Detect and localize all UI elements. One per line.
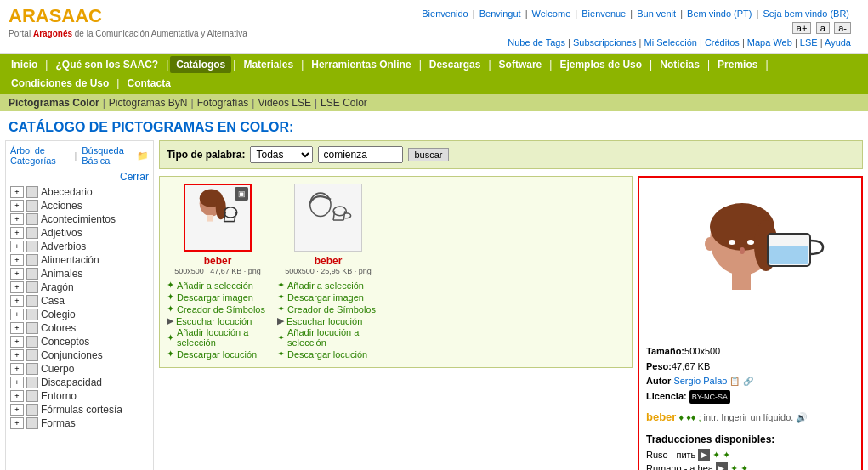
subnav-picto-color[interactable]: Pictogramas Color	[9, 97, 99, 109]
cat-alimentacion[interactable]: + Alimentación	[10, 254, 149, 266]
picto-card-1: ▣ beber 500x500 · 47,67 KB · png ✦ Añadi…	[167, 184, 269, 360]
play-ruso[interactable]: ▶	[698, 449, 710, 461]
cat-colegio[interactable]: + Colegio	[10, 309, 149, 320]
cat-conceptos[interactable]: + Conceptos	[10, 336, 149, 348]
cat-formulas[interactable]: + Fórmulas cortesía	[10, 404, 149, 416]
link-bienvenido[interactable]: Bienvenido	[422, 8, 468, 19]
link-bunvenit[interactable]: Bun venit	[637, 8, 676, 19]
subnav-lse-color[interactable]: LSE Color	[321, 97, 367, 109]
tool-arbol[interactable]: Árbol de Categorías	[10, 145, 69, 166]
cat-entorno[interactable]: + Entorno	[10, 390, 149, 402]
cat-formas[interactable]: + Formas	[10, 417, 149, 429]
cat-discapacidad[interactable]: + Discapacidad	[10, 377, 149, 388]
link-welcome[interactable]: Welcome	[532, 8, 571, 19]
cat-colores[interactable]: + Colores	[10, 322, 149, 334]
picto-thumb-2[interactable]	[294, 184, 362, 252]
font-decrease-button[interactable]: a-	[834, 22, 851, 34]
center-right: Tipo de palabra: Todas Nombre Verbo Adje…	[159, 140, 863, 470]
sub-nav: Pictogramas Color | Pictogramas ByN | Fo…	[0, 94, 868, 111]
audio-icon[interactable]: 🔊	[796, 412, 808, 422]
add-selection-1[interactable]: ✦ Añadir a selección	[167, 280, 269, 291]
link-sejabemvindo[interactable]: Seja bem vindo (BR)	[763, 8, 850, 19]
descargar-locucion-2[interactable]: ✦ Descargar locución	[277, 348, 379, 360]
svg-line-11	[343, 211, 345, 220]
link-bienvenue[interactable]: Bienvenue	[582, 8, 626, 19]
link-creditos[interactable]: Créditos	[705, 37, 740, 48]
sidebar-tools: Árbol de Categorías | Búsqueda Básica 📁	[10, 145, 149, 166]
nav-inicio[interactable]: Inicio	[5, 56, 43, 73]
picto-size-1: 500x500 · 47,67 KB · png	[174, 267, 261, 275]
search-input[interactable]	[318, 146, 403, 163]
font-increase-button[interactable]: a+	[792, 22, 812, 34]
svg-rect-3	[207, 215, 213, 222]
expand-icon: +	[10, 281, 24, 293]
nav-que-son[interactable]: ¿Qué son los SAAC?	[49, 56, 164, 73]
link-ayuda[interactable]: Ayuda	[825, 37, 851, 48]
subnav-videos-lse[interactable]: Videos LSE	[258, 97, 311, 109]
cat-cuerpo[interactable]: + Cuerpo	[10, 363, 149, 375]
cat-img	[26, 241, 38, 252]
cat-img	[26, 322, 38, 334]
link-nube-tags[interactable]: Nube de Tags	[508, 37, 565, 48]
word-definition: intr. Ingerir un líquido.	[704, 412, 794, 422]
nav-software[interactable]: Software	[493, 56, 548, 73]
cat-acontecimientos[interactable]: + Acontecimientos	[10, 213, 149, 225]
tipo-palabra-select[interactable]: Todas Nombre Verbo Adjetivo Adverbio	[250, 146, 313, 163]
license-badge: BY-NC-SA	[689, 390, 730, 404]
cat-casa[interactable]: + Casa	[10, 295, 149, 307]
escuchar-locucion-1[interactable]: ▶ Escuchar locución	[167, 315, 269, 326]
font-normal-button[interactable]: a	[816, 22, 830, 34]
download-img-2[interactable]: ✦ Descargar imagen	[277, 292, 379, 303]
add-locucion-1[interactable]: ✦ Añadir locución a selección	[167, 327, 269, 348]
nav-condiciones[interactable]: Condiciones de Uso	[5, 75, 115, 92]
play-rumano[interactable]: ▶	[716, 462, 728, 470]
detail-panel: Tamaño:500x500 Peso:47,67 KB Autor Sergi…	[638, 176, 863, 470]
nav-premios[interactable]: Premios	[712, 56, 763, 73]
add-locucion-2[interactable]: ✦ Añadir locución a selección	[277, 327, 379, 348]
subnav-picto-byn[interactable]: Pictogramas ByN	[109, 97, 188, 109]
link-subscripciones[interactable]: Subscripciones	[573, 37, 637, 48]
nav-herramientas[interactable]: Herramientas Online	[305, 56, 417, 73]
link-mapa-web[interactable]: Mapa Web	[747, 37, 792, 48]
subnav-fotografias[interactable]: Fotografías	[197, 97, 249, 109]
cat-adverbios[interactable]: + Adverbios	[10, 241, 149, 252]
nav-ejemplos[interactable]: Ejemplos de Uso	[553, 56, 648, 73]
link-mi-seleccion[interactable]: Mi Selección	[644, 37, 697, 48]
cat-img	[26, 390, 38, 402]
logo: ARASAAC	[9, 5, 247, 27]
svg-rect-22	[769, 246, 808, 264]
creator-simbolos-1[interactable]: ✦ Creador de Símbolos	[167, 303, 269, 314]
download-img-1[interactable]: ✦ Descargar imagen	[167, 292, 269, 303]
link-icon[interactable]: 🔗	[743, 377, 753, 386]
nav-materiales[interactable]: Materiales	[237, 56, 299, 73]
cat-img	[26, 200, 38, 212]
nav-descargas[interactable]: Descargas	[423, 56, 487, 73]
cat-adjetivos[interactable]: + Adjetivos	[10, 227, 149, 239]
link-lse[interactable]: LSE	[800, 37, 818, 48]
tagline-rest: de la Comunicación Aumentativa y Alterna…	[72, 29, 247, 38]
cat-animales[interactable]: + Animales	[10, 268, 149, 280]
cat-conjunciones[interactable]: + Conjunciones	[10, 349, 149, 361]
link-benvingut[interactable]: Benvingut	[479, 8, 521, 19]
picto-thumb-1[interactable]: ▣	[184, 184, 252, 252]
tool-busqueda[interactable]: Búsqueda Básica	[82, 145, 133, 166]
search-button[interactable]: buscar	[408, 148, 448, 161]
copy-icon[interactable]: 📋	[729, 377, 740, 386]
nav-contacta[interactable]: Contacta	[121, 75, 176, 92]
escuchar-locucion-2[interactable]: ▶ Escuchar locución	[277, 315, 379, 326]
cat-acciones[interactable]: + Acciones	[10, 200, 149, 212]
cat-img	[26, 254, 38, 266]
cat-abecedario[interactable]: + Abecedario	[10, 186, 149, 198]
nav-noticias[interactable]: Noticias	[654, 56, 706, 73]
creator-simbolos-2[interactable]: ✦ Creador de Símbolos	[277, 303, 379, 314]
cat-aragon[interactable]: + Aragón	[10, 281, 149, 293]
descargar-locucion-1[interactable]: ✦ Descargar locución	[167, 348, 269, 360]
expand-icon: +	[10, 390, 24, 402]
svg-point-16	[729, 240, 735, 245]
close-button[interactable]: Cerrar	[10, 171, 149, 183]
expand-icon: +	[10, 268, 24, 280]
nav-catalogos[interactable]: Catálogos	[170, 56, 231, 73]
link-bemvindo[interactable]: Bem vindo (PT)	[687, 8, 752, 19]
add-selection-2[interactable]: ✦ Añadir a selección	[277, 280, 379, 291]
expand-icon: +	[10, 254, 24, 266]
